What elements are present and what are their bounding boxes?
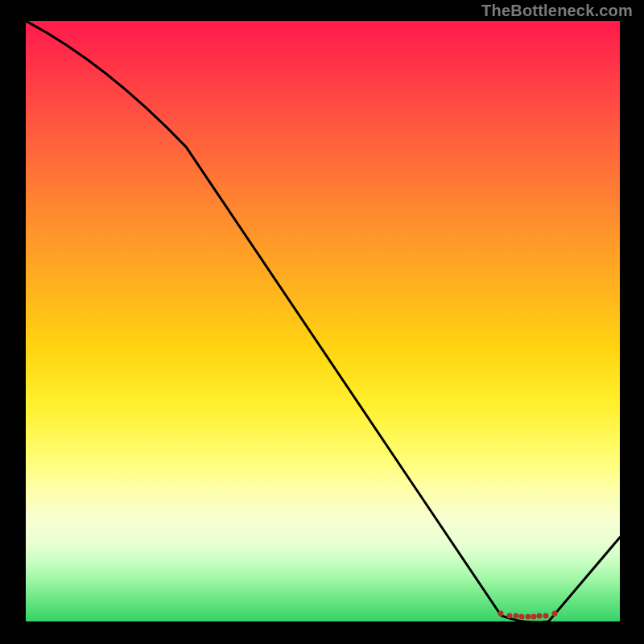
chart-frame: TheBottleneck.com <box>0 0 644 644</box>
marker-dot <box>519 614 525 620</box>
marker-dot <box>507 613 513 618</box>
plot-area <box>26 21 620 621</box>
marker-dot <box>537 613 543 619</box>
marker-dot <box>525 614 530 620</box>
marker-dot <box>551 610 557 616</box>
marker-dot <box>513 613 518 619</box>
marker-dot <box>530 614 536 620</box>
markers-layer <box>26 21 620 621</box>
marker-dot <box>498 610 504 616</box>
marker-dot <box>543 613 548 618</box>
watermark-text: TheBottleneck.com <box>481 2 633 20</box>
